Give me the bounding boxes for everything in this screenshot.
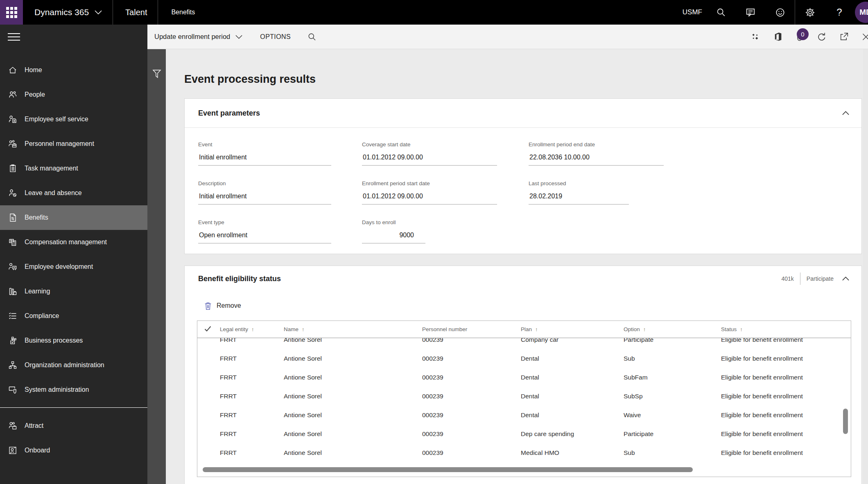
company-picker[interactable]: USMF <box>683 8 702 16</box>
clipboard-icon <box>8 164 18 173</box>
close-pane-button[interactable] <box>855 25 868 49</box>
sidebar-item-personnel-management[interactable]: Personnel management <box>0 132 147 156</box>
column-header-legal-entity[interactable]: Legal entity↑ <box>220 321 281 338</box>
field-description[interactable]: Description Initial enrollment <box>198 180 331 205</box>
sidebar-item-benefits[interactable]: Benefits <box>0 205 147 230</box>
field-coverage-start-date[interactable]: Coverage start date 01.01.2012 09.00.00 <box>362 141 497 166</box>
sidebar-item-system-administration[interactable]: System administration <box>0 377 147 402</box>
table-row[interactable]: FRRTAntione Sorel000239DentalSubSpEligib… <box>197 387 851 406</box>
field-value[interactable]: 01.01.2012 09.00.00 <box>362 192 497 205</box>
nav-module-talent[interactable]: Talent <box>125 8 147 17</box>
sidebar-item-leave-and-absence[interactable]: Leave and absence <box>0 181 147 205</box>
horizontal-scrollbar-thumb[interactable] <box>203 467 693 472</box>
sidebar-item-compensation-management[interactable]: Compensation management <box>0 230 147 254</box>
field-enrollment-period-start-date[interactable]: Enrollment period start date 01.01.2012 … <box>362 180 497 205</box>
table-cell: Eligible for benefit enrollment <box>721 425 847 443</box>
table-cell: Dental <box>521 368 621 387</box>
attachments-button[interactable]: 0 <box>789 25 811 49</box>
field-value[interactable]: 01.01.2012 09.00.00 <box>362 153 497 166</box>
table-row[interactable]: FRRTAntione Sorel000239DentalSubEligible… <box>197 349 851 368</box>
hamburger-menu-button[interactable] <box>8 33 20 41</box>
remove-label: Remove <box>217 302 241 309</box>
update-enrollment-period-button[interactable]: Update enrollment period <box>154 33 242 41</box>
screen: Dynamics 365 Talent Benefits USMF <box>0 0 868 484</box>
page-title: Event processing results <box>184 73 316 86</box>
column-header-personnel-number[interactable]: Personnel number <box>422 321 518 338</box>
event-parameters-header[interactable]: Event parameters <box>185 99 861 128</box>
options-menu-button[interactable]: OPTIONS <box>260 33 291 41</box>
column-header-plan[interactable]: Plan↑ <box>521 321 621 338</box>
sidebar-item-attract[interactable]: Attract <box>0 414 147 438</box>
search-button[interactable] <box>706 0 736 25</box>
table-cell: Dental <box>521 406 621 425</box>
sidebar-item-onboard[interactable]: Onboard <box>0 438 147 463</box>
summary-separator <box>800 273 800 285</box>
select-all-checkmark-icon[interactable] <box>204 326 211 332</box>
field-enrollment-period-end-date[interactable]: Enrollment period end date 22.08.2036 10… <box>529 141 664 166</box>
sentiment-button[interactable] <box>765 0 795 25</box>
table-cell: Eligible for benefit enrollment <box>721 406 847 425</box>
table-body: FRRTAntione Sorel000239Company carPartic… <box>197 338 851 477</box>
command-search-button[interactable] <box>307 32 317 42</box>
compensation-icon <box>8 237 18 247</box>
refresh-button[interactable] <box>811 25 833 49</box>
vertical-scrollbar-thumb[interactable] <box>843 409 848 434</box>
sidebar-item-task-management[interactable]: Task management <box>0 156 147 181</box>
column-header-status[interactable]: Status↑ <box>721 321 847 338</box>
feedback-button[interactable] <box>736 0 765 25</box>
table-cell: FRRT <box>220 425 281 443</box>
field-value[interactable]: 28.02.2019 <box>529 192 629 205</box>
sidebar-item-compliance[interactable]: Compliance <box>0 304 147 328</box>
field-last-processed[interactable]: Last processed 28.02.2019 <box>529 180 629 205</box>
table-row[interactable]: FRRTAntione Sorel000239Company carPartic… <box>197 338 851 349</box>
collapse-section-button[interactable] <box>842 277 849 281</box>
app-launcher-button[interactable] <box>0 0 23 25</box>
table-row[interactable]: FRRTAntione Sorel000239DentalWaiveEligib… <box>197 406 851 425</box>
app-name-menu[interactable]: Dynamics 365 <box>34 7 102 17</box>
remove-button[interactable]: Remove <box>204 299 241 313</box>
field-event-type[interactable]: Event type Open enrollment <box>198 219 331 243</box>
table-cell: FRRT <box>220 368 281 387</box>
benefit-eligibility-header[interactable]: Benefit eligibility status 401k Particip… <box>185 266 861 291</box>
trash-icon <box>204 302 212 310</box>
column-header-name[interactable]: Name↑ <box>284 321 419 338</box>
collapse-section-button[interactable] <box>842 111 849 115</box>
home-icon <box>8 65 18 75</box>
table-cell: 000239 <box>422 425 518 443</box>
sidebar-item-people[interactable]: People <box>0 82 147 107</box>
settings-button[interactable] <box>795 0 825 25</box>
open-in-new-window-button[interactable] <box>833 25 855 49</box>
field-event[interactable]: Event Initial enrollment <box>198 141 331 166</box>
flowchart-check-icon <box>8 336 18 345</box>
sidebar-item-learning[interactable]: Learning <box>0 279 147 304</box>
field-value[interactable]: 22.08.2036 10.00.00 <box>529 153 664 166</box>
sidebar-item-business-processes[interactable]: Business processes <box>0 328 147 353</box>
field-value[interactable]: Initial enrollment <box>198 153 331 166</box>
page-scrollbar-track[interactable] <box>863 49 868 484</box>
field-value[interactable]: Initial enrollment <box>198 192 331 205</box>
sidebar-item-employee-development[interactable]: Employee development <box>0 254 147 279</box>
table-cell: Participate <box>624 425 719 443</box>
field-days-to-enroll[interactable]: Days to enroll 9000 <box>362 219 425 243</box>
office-button[interactable] <box>766 25 789 49</box>
column-header-option[interactable]: Option↑ <box>624 321 719 338</box>
sidebar-item-home[interactable]: Home <box>0 58 147 82</box>
field-value[interactable]: Open enrollment <box>198 231 331 243</box>
person-development-icon <box>8 262 18 272</box>
sidebar-item-employee-self-service[interactable]: Employee self service <box>0 107 147 132</box>
table-row[interactable]: FRRTAntione Sorel000239Medical HMOSubEli… <box>197 443 851 462</box>
system-shield-icon <box>8 385 18 395</box>
table-row[interactable]: FRRTAntione Sorel000239DentalSubFamEligi… <box>197 368 851 387</box>
glimpse-button[interactable] <box>744 25 766 49</box>
section-summary: 401k Participate <box>781 273 849 285</box>
sidebar-item-organization-administration[interactable]: Organization administration <box>0 353 147 377</box>
summary-option: Participate <box>807 275 834 282</box>
table-cell: FRRT <box>220 338 281 349</box>
summary-plan: 401k <box>781 275 793 282</box>
table-cell: 000239 <box>422 443 518 462</box>
avatar[interactable]: MD <box>855 2 868 23</box>
field-value[interactable]: 9000 <box>362 231 425 243</box>
table-row[interactable]: FRRTAntione Sorel000239Dep care spending… <box>197 425 851 443</box>
help-button[interactable]: ? <box>825 0 854 25</box>
filter-pane-button[interactable] <box>152 69 166 78</box>
